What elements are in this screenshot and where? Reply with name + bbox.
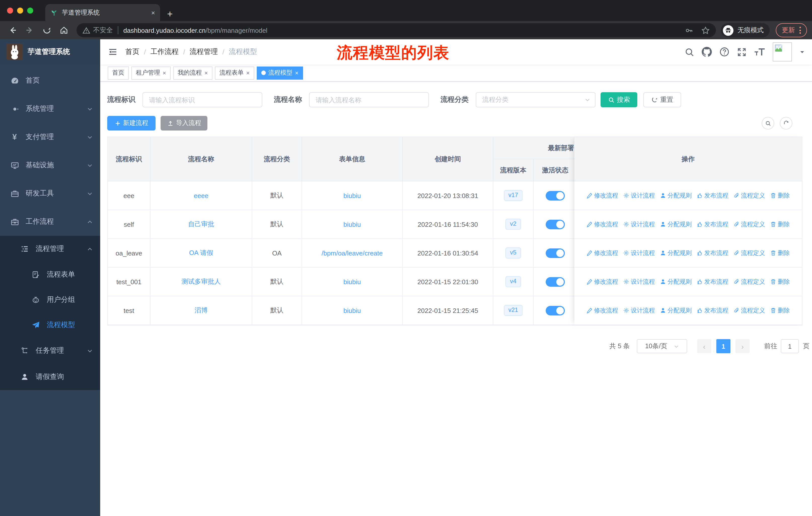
- design-process-link[interactable]: 设计流程: [623, 191, 655, 200]
- tag-close-icon[interactable]: ×: [295, 69, 298, 76]
- delete-link[interactable]: 删除: [770, 306, 790, 315]
- caret-down-icon[interactable]: [800, 49, 805, 55]
- publish-process-link[interactable]: 发布流程: [697, 220, 728, 228]
- tab-close-icon[interactable]: ×: [151, 9, 155, 17]
- goto-page-input[interactable]: [781, 339, 799, 353]
- bookmark-star-icon[interactable]: [701, 26, 710, 34]
- tag-my-process[interactable]: 我的流程 ×: [173, 66, 212, 79]
- kebab-menu-icon[interactable]: [800, 27, 801, 34]
- process-definition-link[interactable]: 流程定义: [733, 277, 765, 286]
- browser-menu-update-button[interactable]: 更新: [776, 23, 807, 37]
- assign-rule-link[interactable]: 分配规则: [660, 277, 692, 286]
- sidebar-item-workflow[interactable]: 工作流程: [0, 208, 100, 236]
- edit-process-link[interactable]: 修改流程: [586, 306, 618, 315]
- active-toggle[interactable]: [546, 306, 565, 315]
- reload-icon[interactable]: [39, 23, 54, 38]
- forward-icon[interactable]: [22, 23, 37, 38]
- tag-process-model-active[interactable]: 流程模型 ×: [257, 66, 303, 79]
- key-icon[interactable]: [685, 26, 693, 34]
- fullscreen-icon[interactable]: [737, 47, 747, 57]
- minimize-window-button[interactable]: [17, 7, 23, 13]
- form-info-link[interactable]: biubiu: [343, 192, 361, 199]
- sidebar-item-user-group[interactable]: 用户分组: [0, 287, 100, 313]
- process-name-link[interactable]: 测试多审批人: [181, 277, 221, 286]
- form-info-link[interactable]: biubiu: [343, 220, 361, 228]
- hide-search-circle-button[interactable]: [762, 117, 774, 130]
- page-size-select[interactable]: 10条/页: [637, 339, 687, 353]
- tag-close-icon[interactable]: ×: [163, 69, 166, 76]
- breadcrumb-item[interactable]: 工作流程: [150, 47, 179, 56]
- design-process-link[interactable]: 设计流程: [623, 306, 655, 315]
- sidebar-item-process-mgmt[interactable]: 流程管理: [0, 236, 100, 262]
- sidebar-item-home[interactable]: 首页: [0, 66, 100, 95]
- delete-link[interactable]: 删除: [770, 249, 790, 257]
- design-process-link[interactable]: 设计流程: [623, 220, 655, 228]
- process-name-link[interactable]: OA 请假: [189, 248, 213, 257]
- form-info-link[interactable]: biubiu: [343, 307, 361, 314]
- publish-process-link[interactable]: 发布流程: [697, 191, 728, 200]
- tag-close-icon[interactable]: ×: [246, 69, 250, 76]
- process-name-link[interactable]: eeee: [194, 192, 208, 199]
- page-1-button[interactable]: 1: [716, 339, 730, 353]
- sidebar-item-task-mgmt[interactable]: 任务管理: [0, 337, 100, 364]
- active-toggle[interactable]: [546, 219, 565, 229]
- search-button[interactable]: 搜索: [601, 92, 637, 107]
- process-definition-link[interactable]: 流程定义: [733, 220, 765, 228]
- delete-link[interactable]: 删除: [770, 277, 790, 286]
- form-info-link[interactable]: /bpm/oa/leave/create: [322, 249, 383, 257]
- design-process-link[interactable]: 设计流程: [623, 249, 655, 257]
- search-icon[interactable]: [685, 47, 694, 57]
- process-name-input[interactable]: [309, 92, 429, 107]
- sidebar-item-infrastructure[interactable]: 基础设施: [0, 151, 100, 180]
- assign-rule-link[interactable]: 分配规则: [660, 306, 692, 315]
- active-toggle[interactable]: [546, 191, 565, 200]
- new-tab-button[interactable]: +: [167, 9, 173, 19]
- publish-process-link[interactable]: 发布流程: [697, 277, 728, 286]
- sidebar-item-payment[interactable]: ¥ 支付管理: [0, 123, 100, 151]
- zoom-window-button[interactable]: [27, 7, 33, 13]
- browser-tab[interactable]: 芋道管理系统 ×: [45, 4, 160, 21]
- sidebar-item-process-model[interactable]: 流程模型: [0, 313, 100, 337]
- assign-rule-link[interactable]: 分配规则: [660, 249, 692, 257]
- delete-link[interactable]: 删除: [770, 191, 790, 200]
- avatar[interactable]: [773, 42, 792, 61]
- process-name-link[interactable]: 滔博: [195, 306, 208, 315]
- import-process-button[interactable]: 导入流程: [161, 116, 207, 131]
- help-icon[interactable]: [719, 47, 729, 57]
- sidebar-item-leave-query[interactable]: 请假查询: [0, 364, 100, 390]
- tag-process-form[interactable]: 流程表单 ×: [215, 66, 254, 79]
- sidebar-item-process-form[interactable]: 流程表单: [0, 262, 100, 287]
- design-process-link[interactable]: 设计流程: [623, 277, 655, 286]
- sidebar-item-devtools[interactable]: 研发工具: [0, 180, 100, 208]
- edit-process-link[interactable]: 修改流程: [586, 191, 618, 200]
- assign-rule-link[interactable]: 分配规则: [660, 220, 692, 228]
- edit-process-link[interactable]: 修改流程: [586, 220, 618, 228]
- font-size-icon[interactable]: [754, 47, 765, 56]
- prev-page-button[interactable]: ‹: [697, 339, 711, 353]
- delete-link[interactable]: 删除: [770, 220, 790, 228]
- form-info-link[interactable]: biubiu: [343, 278, 361, 286]
- home-icon[interactable]: [56, 23, 71, 38]
- publish-process-link[interactable]: 发布流程: [697, 306, 728, 315]
- category-select[interactable]: 流程分类: [476, 92, 596, 107]
- address-bar[interactable]: 不安全 dashboard.yudao.iocoder.cn/bpm/manag…: [77, 23, 716, 37]
- back-icon[interactable]: [5, 23, 20, 38]
- active-toggle[interactable]: [546, 277, 565, 287]
- reset-button[interactable]: 重置: [643, 92, 681, 107]
- next-page-button[interactable]: ›: [735, 339, 750, 353]
- close-window-button[interactable]: [7, 7, 13, 13]
- sidebar-item-system[interactable]: 系统管理: [0, 95, 100, 123]
- breadcrumb-item[interactable]: 首页: [125, 47, 140, 56]
- breadcrumb-item[interactable]: 流程管理: [190, 47, 218, 56]
- tag-home[interactable]: 首页: [108, 66, 129, 79]
- process-key-input[interactable]: [142, 92, 262, 107]
- create-process-button[interactable]: 新建流程: [107, 116, 155, 131]
- tag-close-icon[interactable]: ×: [204, 69, 208, 76]
- github-icon[interactable]: [702, 47, 712, 57]
- process-definition-link[interactable]: 流程定义: [733, 249, 765, 257]
- sidebar-fold-icon[interactable]: [108, 47, 117, 56]
- process-definition-link[interactable]: 流程定义: [733, 191, 765, 200]
- process-definition-link[interactable]: 流程定义: [733, 306, 765, 315]
- active-toggle[interactable]: [546, 248, 565, 258]
- edit-process-link[interactable]: 修改流程: [586, 249, 618, 257]
